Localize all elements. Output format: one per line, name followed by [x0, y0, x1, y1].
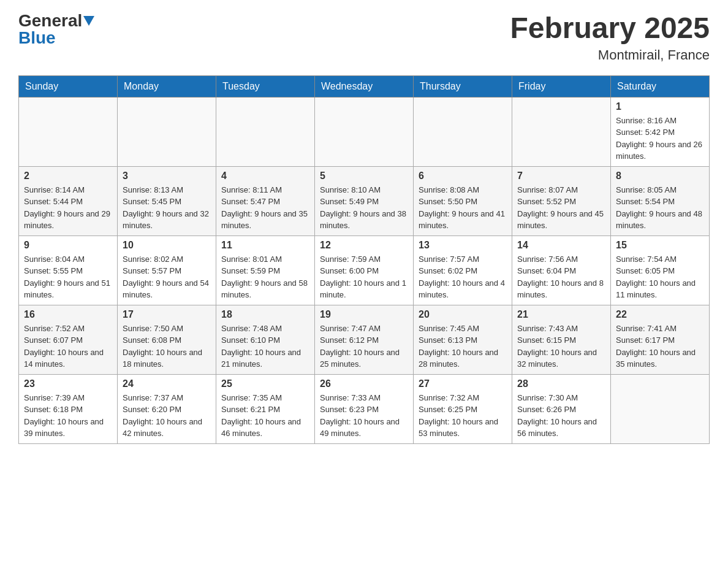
- logo-general: General: [18, 12, 82, 29]
- calendar-cell: [414, 97, 512, 166]
- title-block: February 2025 Montmirail, France: [510, 12, 710, 63]
- day-number: 19: [320, 309, 408, 320]
- day-number: 28: [517, 378, 605, 389]
- day-number: 27: [419, 378, 507, 389]
- calendar-week-row: 9Sunrise: 8:04 AMSunset: 5:55 PMDaylight…: [19, 236, 710, 305]
- day-number: 3: [123, 170, 211, 182]
- calendar-cell: [19, 97, 118, 166]
- weekday-header-wednesday: Wednesday: [315, 75, 414, 97]
- page-header: General Blue February 2025 Montmirail, F…: [18, 12, 710, 63]
- day-number: 6: [419, 170, 507, 182]
- calendar-cell: 14Sunrise: 7:56 AMSunset: 6:04 PMDayligh…: [512, 236, 611, 305]
- calendar-cell: 22Sunrise: 7:41 AMSunset: 6:17 PMDayligh…: [611, 305, 710, 374]
- day-info: Sunrise: 7:41 AMSunset: 6:17 PMDaylight:…: [616, 323, 704, 370]
- day-number: 4: [221, 170, 309, 182]
- calendar-cell: [118, 97, 216, 166]
- calendar-cell: 6Sunrise: 8:08 AMSunset: 5:50 PMDaylight…: [414, 166, 512, 236]
- day-info: Sunrise: 8:01 AMSunset: 5:59 PMDaylight:…: [221, 253, 309, 301]
- day-info: Sunrise: 7:32 AMSunset: 6:25 PMDaylight:…: [419, 392, 507, 440]
- day-info: Sunrise: 7:54 AMSunset: 6:05 PMDaylight:…: [616, 253, 704, 301]
- day-info: Sunrise: 7:35 AMSunset: 6:21 PMDaylight:…: [221, 392, 309, 440]
- calendar-cell: 23Sunrise: 7:39 AMSunset: 6:18 PMDayligh…: [19, 374, 118, 443]
- day-number: 9: [24, 240, 112, 251]
- day-number: 25: [221, 378, 309, 389]
- day-info: Sunrise: 8:05 AMSunset: 5:54 PMDaylight:…: [616, 184, 704, 232]
- day-info: Sunrise: 7:43 AMSunset: 6:15 PMDaylight:…: [517, 323, 605, 370]
- day-number: 5: [320, 170, 408, 182]
- calendar-week-row: 23Sunrise: 7:39 AMSunset: 6:18 PMDayligh…: [19, 374, 710, 443]
- day-info: Sunrise: 7:59 AMSunset: 6:00 PMDaylight:…: [320, 253, 408, 301]
- calendar-cell: 7Sunrise: 8:07 AMSunset: 5:52 PMDaylight…: [512, 166, 611, 236]
- calendar-cell: 28Sunrise: 7:30 AMSunset: 6:26 PMDayligh…: [512, 374, 611, 443]
- day-info: Sunrise: 8:04 AMSunset: 5:55 PMDaylight:…: [24, 253, 112, 301]
- day-info: Sunrise: 8:08 AMSunset: 5:50 PMDaylight:…: [419, 184, 507, 232]
- weekday-header-friday: Friday: [512, 75, 611, 97]
- calendar-cell: 2Sunrise: 8:14 AMSunset: 5:44 PMDaylight…: [19, 166, 118, 236]
- calendar-cell: 13Sunrise: 7:57 AMSunset: 6:02 PMDayligh…: [414, 236, 512, 305]
- calendar-cell: 26Sunrise: 7:33 AMSunset: 6:23 PMDayligh…: [315, 374, 414, 443]
- calendar-cell: 4Sunrise: 8:11 AMSunset: 5:47 PMDaylight…: [216, 166, 315, 236]
- calendar-cell: 10Sunrise: 8:02 AMSunset: 5:57 PMDayligh…: [118, 236, 216, 305]
- day-number: 22: [616, 309, 704, 320]
- day-number: 26: [320, 378, 408, 389]
- day-info: Sunrise: 7:47 AMSunset: 6:12 PMDaylight:…: [320, 323, 408, 370]
- svg-marker-0: [83, 16, 94, 26]
- day-number: 10: [123, 240, 211, 251]
- day-number: 14: [517, 240, 605, 251]
- day-info: Sunrise: 8:16 AMSunset: 5:42 PMDaylight:…: [616, 115, 704, 163]
- calendar-week-row: 16Sunrise: 7:52 AMSunset: 6:07 PMDayligh…: [19, 305, 710, 374]
- logo-arrow-icon: [83, 16, 94, 26]
- calendar-week-row: 2Sunrise: 8:14 AMSunset: 5:44 PMDaylight…: [19, 166, 710, 236]
- calendar-week-row: 1Sunrise: 8:16 AMSunset: 5:42 PMDaylight…: [19, 97, 710, 166]
- calendar-cell: 1Sunrise: 8:16 AMSunset: 5:42 PMDaylight…: [611, 97, 710, 166]
- calendar-cell: [611, 374, 710, 443]
- weekday-header-saturday: Saturday: [611, 75, 710, 97]
- calendar-cell: 5Sunrise: 8:10 AMSunset: 5:49 PMDaylight…: [315, 166, 414, 236]
- day-info: Sunrise: 8:11 AMSunset: 5:47 PMDaylight:…: [221, 184, 309, 232]
- day-info: Sunrise: 7:48 AMSunset: 6:10 PMDaylight:…: [221, 323, 309, 370]
- month-title: February 2025: [510, 12, 710, 45]
- day-info: Sunrise: 7:33 AMSunset: 6:23 PMDaylight:…: [320, 392, 408, 440]
- day-number: 20: [419, 309, 507, 320]
- day-number: 15: [616, 240, 704, 251]
- day-number: 1: [616, 101, 704, 112]
- calendar-table: SundayMondayTuesdayWednesdayThursdayFrid…: [18, 75, 710, 444]
- day-number: 16: [24, 309, 112, 320]
- calendar-cell: [315, 97, 414, 166]
- calendar-cell: [216, 97, 315, 166]
- day-info: Sunrise: 8:13 AMSunset: 5:45 PMDaylight:…: [123, 184, 211, 232]
- calendar-cell: 16Sunrise: 7:52 AMSunset: 6:07 PMDayligh…: [19, 305, 118, 374]
- calendar-cell: 9Sunrise: 8:04 AMSunset: 5:55 PMDaylight…: [19, 236, 118, 305]
- logo: General Blue: [18, 12, 94, 47]
- day-info: Sunrise: 8:14 AMSunset: 5:44 PMDaylight:…: [24, 184, 112, 232]
- day-number: 8: [616, 170, 704, 182]
- day-info: Sunrise: 7:56 AMSunset: 6:04 PMDaylight:…: [517, 253, 605, 301]
- day-info: Sunrise: 7:39 AMSunset: 6:18 PMDaylight:…: [24, 392, 112, 440]
- day-number: 7: [517, 170, 605, 182]
- day-info: Sunrise: 7:50 AMSunset: 6:08 PMDaylight:…: [123, 323, 211, 370]
- weekday-header-sunday: Sunday: [19, 75, 118, 97]
- weekday-header-tuesday: Tuesday: [216, 75, 315, 97]
- day-info: Sunrise: 7:37 AMSunset: 6:20 PMDaylight:…: [123, 392, 211, 440]
- calendar-cell: 8Sunrise: 8:05 AMSunset: 5:54 PMDaylight…: [611, 166, 710, 236]
- day-number: 24: [123, 378, 211, 389]
- calendar-cell: 19Sunrise: 7:47 AMSunset: 6:12 PMDayligh…: [315, 305, 414, 374]
- calendar-cell: 24Sunrise: 7:37 AMSunset: 6:20 PMDayligh…: [118, 374, 216, 443]
- day-info: Sunrise: 7:52 AMSunset: 6:07 PMDaylight:…: [24, 323, 112, 370]
- weekday-header-row: SundayMondayTuesdayWednesdayThursdayFrid…: [19, 75, 710, 97]
- day-number: 17: [123, 309, 211, 320]
- calendar-cell: 11Sunrise: 8:01 AMSunset: 5:59 PMDayligh…: [216, 236, 315, 305]
- calendar-cell: 25Sunrise: 7:35 AMSunset: 6:21 PMDayligh…: [216, 374, 315, 443]
- calendar-cell: 27Sunrise: 7:32 AMSunset: 6:25 PMDayligh…: [414, 374, 512, 443]
- calendar-cell: 3Sunrise: 8:13 AMSunset: 5:45 PMDaylight…: [118, 166, 216, 236]
- day-number: 23: [24, 378, 112, 389]
- day-number: 2: [24, 170, 112, 182]
- calendar-cell: 20Sunrise: 7:45 AMSunset: 6:13 PMDayligh…: [414, 305, 512, 374]
- day-info: Sunrise: 8:07 AMSunset: 5:52 PMDaylight:…: [517, 184, 605, 232]
- weekday-header-thursday: Thursday: [414, 75, 512, 97]
- day-info: Sunrise: 8:10 AMSunset: 5:49 PMDaylight:…: [320, 184, 408, 232]
- day-info: Sunrise: 7:30 AMSunset: 6:26 PMDaylight:…: [517, 392, 605, 440]
- day-number: 12: [320, 240, 408, 251]
- day-number: 11: [221, 240, 309, 251]
- day-number: 21: [517, 309, 605, 320]
